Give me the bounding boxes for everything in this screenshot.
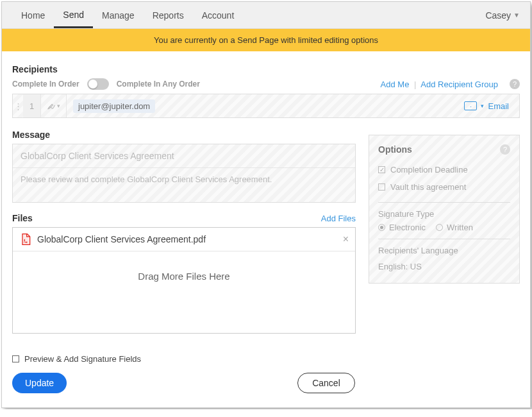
tab-home[interactable]: Home [12, 4, 54, 27]
chevron-down-icon: ▾ [481, 103, 484, 109]
pdf-icon [19, 233, 32, 246]
files-box: GlobalCorp Client Services Agreement.pdf… [12, 227, 356, 334]
tab-send[interactable]: Send [54, 3, 93, 28]
checkbox-checked-icon: ✓ [378, 166, 385, 173]
options-panel: Options ? ✓ Completion Deadline Vault th… [369, 135, 520, 284]
checkbox-icon [378, 183, 385, 191]
email-icon [464, 101, 477, 110]
caret-down-icon: ▼ [513, 12, 520, 19]
file-row: GlobalCorp Client Services Agreement.pdf… [13, 228, 355, 251]
options-title: Options [378, 144, 412, 155]
add-me-link[interactable]: Add Me [381, 80, 410, 89]
recipients-title: Recipients [12, 64, 520, 74]
recipient-number: 1 [23, 94, 41, 117]
radio-icon [436, 224, 443, 231]
message-title: Message [12, 130, 356, 140]
files-title: Files [12, 213, 33, 223]
message-subject-input[interactable]: GlobalCorp Client Services Agreement [13, 144, 355, 168]
update-button[interactable]: Update [12, 373, 67, 393]
signature-written-radio[interactable]: Written [436, 223, 473, 232]
radio-label: Electronic [389, 223, 426, 232]
recipient-email-chip: jupiter@jupiter.dom [73, 99, 155, 113]
radio-label: Written [447, 223, 473, 232]
vault-agreement-option[interactable]: Vault this agreement [378, 178, 510, 196]
complete-any-order-label: Complete In Any Order [117, 80, 200, 89]
order-toggle[interactable] [87, 78, 109, 90]
help-icon[interactable]: ? [500, 144, 510, 155]
drag-handle-icon[interactable]: ⋮ [13, 101, 23, 111]
option-label: Completion Deadline [390, 165, 468, 174]
recipients-language-title: Recipients' Language [378, 246, 510, 255]
message-body-input[interactable]: Please review and complete GlobalCorp Cl… [13, 168, 355, 202]
message-box: GlobalCorp Client Services Agreement Ple… [12, 144, 356, 203]
user-menu[interactable]: Casey ▼ [485, 10, 520, 21]
delivery-label: Email [488, 101, 509, 111]
option-label: Vault this agreement [390, 182, 466, 192]
signature-type-title: Signature Type [378, 209, 510, 219]
preview-signature-fields-checkbox[interactable]: Preview & Add Signature Fields [12, 354, 520, 364]
add-files-link[interactable]: Add Files [321, 214, 356, 223]
top-nav: Home Send Manage Reports Account Casey ▼ [2, 2, 530, 29]
limited-editing-banner: You are currently on a Send Page with li… [2, 29, 530, 51]
recipient-row: ⋮ 1 ▾ jupiter@jupiter.dom ▾ Email [12, 94, 520, 118]
cancel-button[interactable]: Cancel [297, 373, 355, 393]
completion-deadline-option[interactable]: ✓ Completion Deadline [378, 161, 510, 178]
tab-manage[interactable]: Manage [93, 4, 144, 27]
file-drop-zone[interactable]: Drag More Files Here [13, 251, 355, 333]
signature-electronic-radio[interactable]: Electronic [378, 223, 426, 232]
add-recipient-group-link[interactable]: Add Recipient Group [420, 80, 498, 89]
chevron-down-icon: ▾ [57, 103, 60, 109]
file-name: GlobalCorp Client Services Agreement.pdf [37, 234, 343, 244]
tab-account[interactable]: Account [193, 4, 244, 27]
tab-reports[interactable]: Reports [144, 4, 193, 27]
complete-in-order-label: Complete In Order [12, 80, 79, 89]
link-separator: | [414, 80, 416, 89]
preview-label: Preview & Add Signature Fields [24, 354, 141, 364]
user-name: Casey [485, 10, 511, 21]
remove-file-button[interactable]: × [343, 234, 349, 245]
checkbox-icon [12, 355, 19, 362]
recipient-email-field[interactable]: jupiter@jupiter.dom [67, 99, 454, 113]
radio-selected-icon [378, 224, 385, 231]
delivery-method-selector[interactable]: ▾ Email [454, 101, 519, 111]
recipients-language-value[interactable]: English: US [378, 262, 510, 271]
help-icon[interactable]: ? [510, 79, 520, 89]
signer-icon [47, 101, 56, 110]
recipient-role-selector[interactable]: ▾ [41, 94, 67, 117]
